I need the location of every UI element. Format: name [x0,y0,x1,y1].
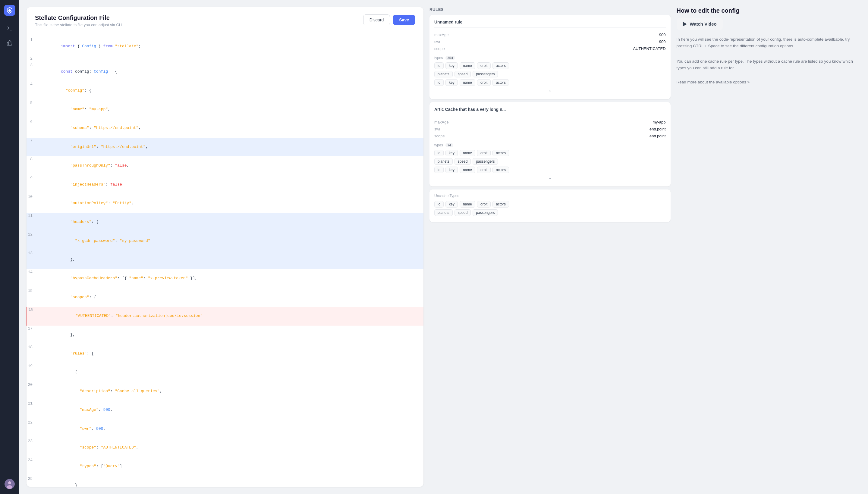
code-line-1: 1 import { Config } from "stellate"; [26,37,423,56]
tag-actors-2[interactable]: actors [493,79,509,86]
info-text-2: You can add one cache rule per type. The… [677,58,861,72]
types-tags-row1-1: id key name orbit actors [434,62,666,69]
uncache-tag-key[interactable]: key [445,201,458,208]
main-content: Stellate Configuration File This file is… [19,0,868,494]
tag-name-c2r3[interactable]: name [460,167,475,173]
editor-title-block: Stellate Configuration File This file is… [35,15,122,27]
info-title: How to edit the config [677,7,861,14]
code-line-15: 15 "scopes": { [26,288,423,307]
user-avatar[interactable] [4,479,15,489]
tag-speed[interactable]: speed [455,71,471,77]
rules-panel: Rules Unnamed rule maxAge 900 swr 900 sc… [429,7,670,487]
expand-types-2[interactable] [434,175,666,182]
code-editor[interactable]: 1 import { Config } from "stellate"; 2 3… [26,32,423,487]
editor-actions: Discard Save [363,15,415,25]
uncache-title: Uncache Types [434,194,666,198]
tag-planets-c2[interactable]: planets [434,158,453,165]
tag-passengers-c2[interactable]: passengers [473,158,498,165]
tag-id-2[interactable]: id [434,79,444,86]
code-line-24: 24 "types": ["Query"] [26,457,423,476]
sidebar [0,0,19,494]
code-line-7: 7 "originUrl": "https://end.point", [26,138,423,156]
code-line-25: 25 } [26,476,423,487]
play-icon [683,22,687,26]
types-section-2: types 74 id key name orbit actors planet… [434,143,666,182]
code-line-12: 12 "x-gcdn-password": "my-password" [26,232,423,250]
uncache-tag-passengers[interactable]: passengers [473,209,498,216]
code-line-17: 17 }, [26,326,423,344]
tag-orbit-c2[interactable]: orbit [477,150,491,156]
uncache-tag-orbit[interactable]: orbit [477,201,491,208]
types-tags-row3-2: id key name orbit actors [434,167,666,173]
rules-scroll: Unnamed rule maxAge 900 swr 900 scope AU… [429,15,670,487]
info-text-1: In here you will see the code-representa… [677,36,861,50]
tag-id-c2[interactable]: id [434,150,444,156]
tag-key-c2r3[interactable]: key [445,167,458,173]
code-line-8: 8 "passThroughOnly": false, [26,156,423,175]
rule-field-scope-2: scope end.point [434,133,666,139]
tag-id[interactable]: id [434,62,444,69]
code-line-5: 5 "name": "my-app", [26,100,423,119]
code-line-19: 19 { [26,363,423,382]
tag-speed-c2[interactable]: speed [455,158,471,165]
tag-key[interactable]: key [445,62,458,69]
code-line-9: 9 "injectHeaders": false, [26,175,423,194]
rules-title: Rules [429,7,670,12]
svg-point-4 [7,485,12,489]
uncache-tag-actors[interactable]: actors [493,201,509,208]
editor-title: Stellate Configuration File [35,15,122,21]
save-button[interactable]: Save [393,15,415,25]
tag-name-c2[interactable]: name [460,150,475,156]
rule-card-1-title: Unnamed rule [434,20,666,28]
tag-key-c2[interactable]: key [445,150,458,156]
code-line-16: 16 "AUTHENTICATED": "header:authorizatio… [26,307,423,325]
tag-passengers[interactable]: passengers [473,71,498,77]
uncache-tag-speed[interactable]: speed [455,209,471,216]
tag-orbit-c2r3[interactable]: orbit [477,167,491,173]
uncache-tags-row2: planets speed passengers [434,209,666,216]
discard-button[interactable]: Discard [363,15,390,25]
uncache-section: Uncache Types id key name orbit actors p… [429,189,670,222]
rule-field-maxage-1: maxAge 900 [434,31,666,38]
tag-actors-c2r3[interactable]: actors [493,167,509,173]
expand-types-1[interactable] [434,88,666,94]
code-line-21: 21 "maxAge": 900, [26,401,423,419]
uncache-tag-planets[interactable]: planets [434,209,453,216]
read-more-link[interactable]: Read more about the available options > [677,80,861,84]
app-logo[interactable] [4,5,15,16]
uncache-tag-id[interactable]: id [434,201,444,208]
tag-orbit[interactable]: orbit [477,62,491,69]
tag-actors[interactable]: actors [493,62,509,69]
watch-video-label: Watch Video [690,21,717,26]
thumbsup-icon[interactable] [4,37,15,48]
code-line-10: 10 "mutationPolicy": "Entity", [26,194,423,213]
rule-card-1: Unnamed rule maxAge 900 swr 900 scope AU… [429,15,670,99]
code-line-3: 3 const config: Config = { [26,62,423,81]
tag-id-c2r3[interactable]: id [434,167,444,173]
terminal-icon[interactable] [4,23,15,34]
types-tags-row2-2: planets speed passengers [434,158,666,165]
editor-subtitle: This file is the stellate.ts file you ca… [35,23,122,27]
tag-name[interactable]: name [460,62,475,69]
tag-actors-c2[interactable]: actors [493,150,509,156]
tag-planets[interactable]: planets [434,71,453,77]
code-line-4: 4 "config": { [26,81,423,100]
editor-panel: Stellate Configuration File This file is… [26,7,423,487]
uncache-tags-row1: id key name orbit actors [434,201,666,208]
types-section-1: types 354 id key name orbit actors plane… [434,56,666,94]
watch-video-button[interactable]: Watch Video [677,18,723,30]
tag-key-2[interactable]: key [445,79,458,86]
editor-header: Stellate Configuration File This file is… [26,7,423,32]
rule-field-swr-1: swr 900 [434,38,666,45]
code-line-23: 23 "scope": "AUTHENTICATED", [26,438,423,457]
svg-point-3 [8,481,11,484]
code-line-22: 22 "swr": 900, [26,420,423,438]
tag-orbit-2[interactable]: orbit [477,79,491,86]
code-line-18: 18 "rules": [ [26,344,423,363]
code-line-2: 2 [26,56,423,62]
tag-name-2[interactable]: name [460,79,475,86]
uncache-tag-name[interactable]: name [460,201,475,208]
rule-field-maxage-2: maxAge my-app [434,119,666,126]
rule-field-scope-1: scope AUTHENTICATED [434,45,666,52]
code-line-6: 6 "schema": "https://end.point", [26,119,423,138]
